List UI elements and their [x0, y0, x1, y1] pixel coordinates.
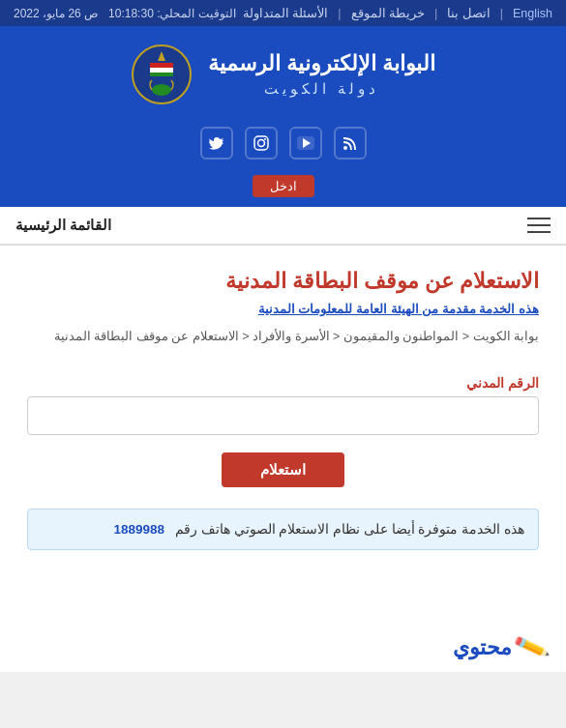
divider-1: |: [500, 7, 503, 20]
login-button[interactable]: ادخل: [253, 175, 314, 197]
svg-rect-2: [150, 63, 173, 68]
page-title: الاستعلام عن موقف البطاقة المدنية: [27, 269, 539, 294]
coat-of-arms-icon: [131, 44, 193, 105]
instagram-icon[interactable]: [245, 127, 278, 160]
contact-link[interactable]: اتصل بنا: [447, 6, 490, 20]
svg-point-11: [257, 140, 264, 147]
info-text: هذه الخدمة متوفرة أيضا على نظام الاستعلا…: [175, 522, 524, 537]
svg-point-7: [343, 146, 347, 150]
svg-point-6: [152, 84, 171, 96]
service-provider: هذه الخدمة مقدمة من الهيئة العامة للمعلو…: [27, 302, 539, 316]
site-header: البوابة الإلكترونية الرسمية دولة الكويت: [0, 26, 566, 117]
footer: ✏️ محتوي: [0, 613, 566, 672]
civil-id-label: الرقم المدني: [27, 375, 539, 391]
info-box: هذه الخدمة متوفرة أيضا على نظام الاستعلا…: [27, 509, 539, 551]
divider-2: |: [434, 7, 437, 20]
time-label: التوقيت المحلي:: [157, 7, 236, 20]
muhtawa-logo: ✏️ محتوي: [453, 632, 547, 662]
time-value: 10:18:30: [108, 7, 154, 20]
twitter-icon[interactable]: [200, 127, 233, 160]
header-text: البوابة الإلكترونية الرسمية دولة الكويت: [208, 51, 435, 98]
muhtawa-brand-text: محتوي: [453, 635, 512, 660]
divider-3: |: [338, 7, 341, 20]
login-bar: ادخل: [0, 173, 566, 207]
svg-rect-3: [150, 68, 173, 73]
inquiry-form: الرقم المدني استعلام: [27, 375, 539, 487]
faq-link[interactable]: الأسئلة المتداولة: [243, 6, 328, 20]
phone-number: 1889988: [113, 522, 164, 537]
sitemap-link[interactable]: خريطة الموقع: [351, 6, 425, 20]
top-nav-links: English | اتصل بنا | خريطة الموقع | الأس…: [243, 6, 552, 20]
top-bar: English | اتصل بنا | خريطة الموقع | الأس…: [0, 0, 566, 26]
social-bar: [0, 117, 566, 173]
site-title: البوابة الإلكترونية الرسمية: [208, 51, 435, 76]
hamburger-menu[interactable]: [527, 218, 551, 233]
rss-icon[interactable]: [334, 127, 367, 160]
civil-id-input[interactable]: [27, 396, 539, 435]
submit-button[interactable]: استعلام: [222, 452, 344, 487]
svg-point-12: [264, 138, 266, 140]
main-content: الاستعلام عن موقف البطاقة المدنية هذه ال…: [0, 246, 566, 613]
english-link[interactable]: English: [513, 7, 552, 20]
local-time: التوقيت المحلي: 10:18:30 ص 26 مايو، 2022: [14, 7, 236, 20]
svg-rect-4: [150, 73, 173, 76]
navbar: القائمة الرئيسية: [0, 207, 566, 245]
navbar-title: القائمة الرئيسية: [15, 217, 111, 234]
time-suffix: ص 26 مايو، 2022: [14, 7, 99, 20]
pencil-icon: ✏️: [512, 627, 551, 666]
breadcrumb: بوابة الكويت < المواطنون والمقيمون < الأ…: [27, 326, 539, 348]
site-subtitle: دولة الكويت: [208, 80, 435, 98]
svg-rect-10: [254, 136, 268, 150]
youtube-icon[interactable]: [289, 127, 322, 160]
